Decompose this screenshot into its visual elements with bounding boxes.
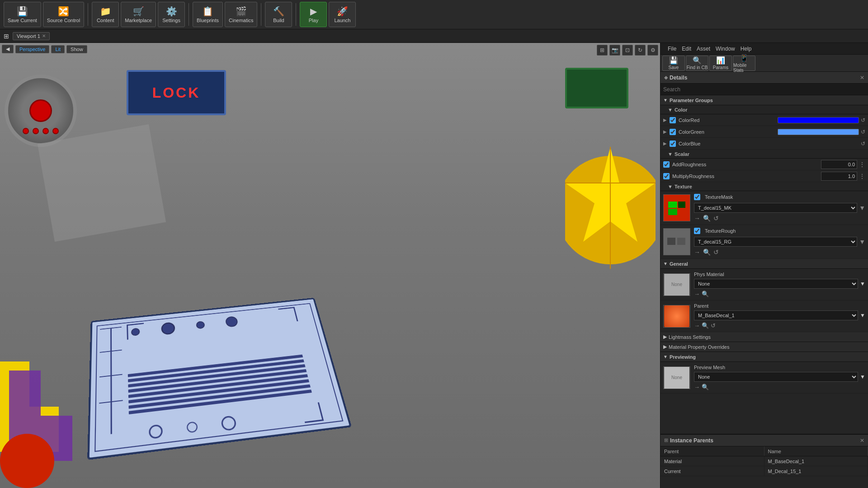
multiply-roughness-arrow[interactable]: ⋮ — [859, 173, 865, 180]
menu-asset[interactable]: Asset — [697, 46, 710, 52]
toolbar-separator-3 — [261, 3, 261, 26]
color-red-reset[interactable]: ↺ — [861, 117, 865, 123]
texture-mask-navigate-icon[interactable]: → — [694, 215, 700, 222]
color-blue-reset[interactable]: ↺ — [861, 141, 865, 147]
perspective-mode-button[interactable]: Perspective — [15, 45, 49, 53]
parent-label: Parent — [694, 303, 865, 309]
parent-icons: → 🔍 ↺ — [694, 322, 865, 329]
texture-rough-search-icon[interactable]: 🔍 — [703, 249, 711, 256]
vp-maximize-button[interactable]: ⊞ — [597, 45, 608, 56]
vp-settings-button[interactable]: ⚙ — [647, 45, 658, 56]
phys-search-icon[interactable]: 🔍 — [702, 291, 709, 297]
phys-material-select[interactable]: None — [694, 279, 858, 289]
previewing-section[interactable]: ▼ Previewing — [660, 352, 868, 362]
preview-mesh-nav-icon[interactable]: → — [694, 384, 700, 390]
parent-select[interactable]: M_BaseDecal_1 — [694, 310, 858, 320]
save-current-button[interactable]: 💾 Save Current — [4, 2, 41, 27]
material-overrides-section[interactable]: ▶ Material Property Overrides — [660, 342, 868, 352]
vp-rotate-button[interactable]: ↻ — [635, 45, 646, 56]
instance-parents-close[interactable]: ✕ — [860, 437, 864, 444]
texture-mask-checkbox[interactable] — [694, 194, 700, 200]
multiply-roughness-checkbox[interactable] — [663, 173, 670, 179]
color-red-bar[interactable] — [778, 117, 859, 123]
texture-rough-reset-icon[interactable]: ↺ — [713, 249, 719, 256]
params-btn[interactable]: 📊 Params — [709, 56, 732, 71]
circuit-board — [87, 298, 352, 460]
lightmass-arrow: ▶ — [663, 334, 667, 340]
launch-button[interactable]: 🚀 Launch — [329, 2, 356, 27]
parent-search-icon[interactable]: 🔍 — [702, 322, 709, 329]
phys-material-select-row: None ▼ — [694, 279, 865, 289]
preview-mesh-search-icon[interactable]: 🔍 — [702, 384, 709, 390]
save-toolbar-label: Save — [669, 65, 679, 70]
phys-material-none-thumb: None — [671, 282, 682, 287]
color-blue-checkbox[interactable] — [670, 141, 676, 147]
content-button[interactable]: 📁 Content — [92, 2, 119, 27]
add-roughness-checkbox[interactable] — [663, 161, 670, 168]
texture-rough-label: TextureRough — [694, 228, 865, 234]
color-green-checkbox[interactable] — [670, 129, 676, 135]
parent-nav-icon[interactable]: → — [694, 322, 700, 329]
color-red-label: ColorRed — [679, 117, 778, 123]
viewport-tab[interactable]: Viewport 1 ✕ — [13, 32, 50, 40]
build-button[interactable]: 🔨 Build — [265, 2, 292, 27]
perspective-button[interactable]: ◀ — [2, 45, 14, 53]
viewport-controls-overlay: ◀ Perspective Lit Show — [2, 45, 87, 53]
perspective-label: Perspective — [19, 47, 45, 52]
source-control-button[interactable]: 🔀 Source Control — [43, 2, 84, 27]
viewport-tab-close[interactable]: ✕ — [42, 33, 46, 38]
lit-button[interactable]: Lit — [51, 45, 65, 53]
multiply-roughness-input[interactable] — [821, 172, 857, 181]
color-blue-row: ▶ ColorBlue ↺ — [660, 138, 868, 150]
find-in-cb-btn[interactable]: 🔍 Find in CB — [686, 56, 708, 71]
texture-rough-checkbox[interactable] — [694, 228, 700, 234]
cinematics-button[interactable]: 🎬 Cinematics — [225, 2, 257, 27]
blueprints-button[interactable]: 📋 Blueprints — [193, 2, 223, 27]
general-section[interactable]: ▼ General — [660, 259, 868, 269]
instance-col-headers: Parent Name — [660, 446, 868, 456]
menu-file[interactable]: File — [668, 46, 676, 52]
texture-mask-reset-icon[interactable]: ↺ — [713, 215, 719, 222]
viewport[interactable]: ◀ Perspective Lit Show ⊞ 📷 ⊡ ↻ ⚙ — [0, 43, 660, 488]
texture-rough-select[interactable]: T_decal15_RG — [694, 237, 857, 247]
texture-rough-navigate-icon[interactable]: → — [694, 249, 700, 256]
mobile-stats-label: Mobile Stats — [733, 63, 755, 73]
texture-subsection[interactable]: ▼ Texture — [660, 182, 868, 191]
menu-window[interactable]: Window — [716, 46, 735, 52]
color-green-reset[interactable]: ↺ — [861, 129, 865, 135]
phys-material-label: Phys Material — [694, 272, 865, 277]
preview-mesh-select[interactable]: None — [694, 372, 858, 382]
color-red-expand[interactable]: ▶ — [663, 117, 669, 122]
mobile-stats-btn[interactable]: 📱 Mobile Stats — [733, 56, 755, 71]
details-search-input[interactable] — [663, 86, 865, 93]
menu-help[interactable]: Help — [741, 46, 752, 52]
add-roughness-arrow[interactable]: ⋮ — [859, 161, 865, 168]
vp-grid-button[interactable]: ⊡ — [622, 45, 633, 56]
color-red-checkbox[interactable] — [670, 117, 676, 123]
scalar-subsection[interactable]: ▼ Scalar — [660, 150, 868, 159]
play-button[interactable]: ▶ Play — [300, 2, 327, 27]
add-roughness-input[interactable] — [821, 160, 857, 169]
ue-icon-toolbar: 💾 Save 🔍 Find in CB 📊 Params 📱 Mobile St… — [660, 55, 868, 72]
parameter-groups-section[interactable]: ▼ Parameter Groups — [660, 95, 868, 105]
texture-mask-search-icon[interactable]: 🔍 — [703, 215, 711, 222]
color-blue-expand[interactable]: ▶ — [663, 141, 669, 146]
vp-camera-button[interactable]: 📷 — [609, 45, 620, 56]
color-subsection[interactable]: ▼ Color — [660, 105, 868, 114]
settings-button[interactable]: ⚙️ Settings — [158, 2, 185, 27]
gauge-element — [5, 75, 77, 147]
preview-mesh-icons: → 🔍 — [694, 384, 865, 390]
marketplace-button[interactable]: 🛒 Marketplace — [121, 2, 156, 27]
texture-mask-select[interactable]: T_decal15_MK — [694, 203, 857, 213]
phys-material-content: Phys Material None ▼ → 🔍 — [694, 272, 865, 297]
show-button[interactable]: Show — [66, 45, 87, 53]
color-green-bar[interactable] — [778, 129, 859, 135]
details-close-button[interactable]: ✕ — [860, 75, 864, 81]
menu-edit[interactable]: Edit — [682, 46, 691, 52]
phys-nav-icon[interactable]: → — [694, 291, 700, 297]
save-icon-btn[interactable]: 💾 Save — [662, 56, 685, 71]
show-label: Show — [71, 47, 83, 52]
color-green-expand[interactable]: ▶ — [663, 129, 669, 134]
lightmass-section[interactable]: ▶ Lightmass Settings — [660, 332, 868, 342]
parent-reset-icon[interactable]: ↺ — [711, 322, 716, 329]
